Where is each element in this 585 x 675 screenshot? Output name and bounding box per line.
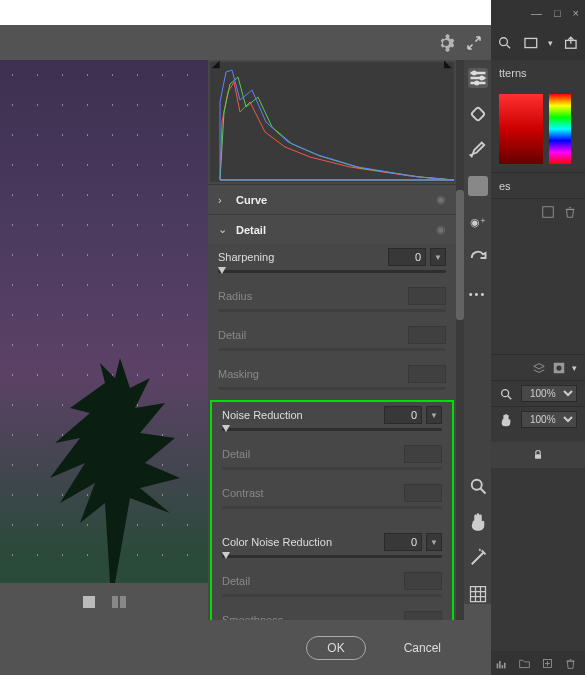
- masking-slider: Masking: [208, 361, 456, 400]
- spectrum-bar[interactable]: [549, 94, 571, 164]
- histogram[interactable]: ◢◣: [210, 62, 454, 182]
- grid-icon[interactable]: [468, 584, 488, 604]
- noise-contrast-slider: Contrast: [212, 480, 452, 519]
- minimize-icon[interactable]: —: [531, 7, 542, 19]
- maximize-icon[interactable]: □: [554, 7, 561, 19]
- tool-strip: ◉⁺ •••: [464, 60, 491, 604]
- svg-rect-14: [543, 206, 554, 217]
- detail-sub-label: Detail: [218, 329, 246, 341]
- noise-detail-slider: Detail: [212, 441, 452, 480]
- sharpening-label: Sharpening: [218, 251, 274, 263]
- image-preview[interactable]: [0, 60, 208, 583]
- svg-rect-3: [83, 596, 95, 608]
- more-icon[interactable]: •••: [468, 284, 488, 304]
- dialog-toolbar: [0, 25, 491, 60]
- dialog-footer: OK Cancel: [0, 620, 491, 675]
- tab-patterns[interactable]: tterns: [499, 67, 527, 79]
- hand-icon[interactable]: [468, 512, 488, 532]
- panel-scrollbar[interactable]: [456, 60, 464, 620]
- window-controls: — □ ×: [491, 0, 585, 25]
- ok-button[interactable]: OK: [306, 636, 365, 660]
- noise-highlight-box: Noise Reduction ▼ Detail Contrast Color …: [210, 400, 454, 654]
- color-noise-label: Color Noise Reduction: [222, 536, 332, 548]
- adjust-icon[interactable]: [468, 68, 488, 88]
- close-icon[interactable]: ×: [573, 7, 579, 19]
- svg-rect-22: [504, 662, 506, 668]
- app-toolbar-right: ▾: [491, 25, 585, 60]
- detail-section-header[interactable]: ⌄ Detail ◉: [208, 214, 456, 244]
- masking-label: Masking: [218, 368, 259, 380]
- svg-point-16: [556, 365, 561, 370]
- zoom-select-1[interactable]: 100%: [521, 385, 577, 402]
- svg-rect-18: [535, 454, 541, 459]
- histogram-mini-icon[interactable]: [495, 657, 508, 670]
- noise-detail-label: Detail: [222, 448, 250, 460]
- color-noise-value[interactable]: [384, 533, 422, 551]
- radius-label: Radius: [218, 290, 252, 302]
- color-swatches: [491, 86, 585, 172]
- title-bar-white: [0, 0, 491, 25]
- app-statusbar: [491, 651, 585, 675]
- svg-rect-5: [120, 596, 126, 608]
- color-noise-slider[interactable]: Color Noise Reduction ▼: [212, 529, 452, 568]
- wand-icon[interactable]: [468, 548, 488, 568]
- search-icon[interactable]: [497, 35, 513, 51]
- gear-icon[interactable]: [437, 34, 455, 52]
- lock-row: [491, 442, 585, 468]
- new-layer-icon[interactable]: [541, 657, 554, 670]
- cancel-button[interactable]: Cancel: [384, 637, 461, 659]
- noise-value[interactable]: [384, 406, 422, 424]
- mask-icon[interactable]: [552, 361, 566, 375]
- trash-icon[interactable]: [563, 205, 577, 219]
- noise-label: Noise Reduction: [222, 409, 303, 421]
- masking-value: [408, 365, 446, 383]
- detail-label: Detail: [236, 224, 436, 236]
- grey-swatch-icon[interactable]: [468, 176, 488, 196]
- share-icon[interactable]: [563, 35, 579, 51]
- red-swatch[interactable]: [499, 94, 543, 164]
- expand-icon[interactable]: ▼: [426, 406, 442, 424]
- workspace-icon[interactable]: [523, 35, 539, 51]
- svg-point-0: [500, 37, 508, 45]
- trash-icon[interactable]: [564, 657, 577, 670]
- brush-icon[interactable]: [468, 140, 488, 160]
- right-dock: tterns es ▾ 100% 100%: [491, 60, 585, 675]
- sharpening-value[interactable]: [388, 248, 426, 266]
- lock-icon[interactable]: [532, 449, 544, 461]
- cn-detail-label: Detail: [222, 575, 250, 587]
- curve-label: Curve: [236, 194, 436, 206]
- folder-icon[interactable]: [518, 657, 531, 670]
- detail-value: [408, 326, 446, 344]
- svg-rect-20: [499, 661, 501, 668]
- panel-icon[interactable]: [541, 205, 555, 219]
- single-view-icon[interactable]: [81, 594, 97, 610]
- noise-contrast-label: Contrast: [222, 487, 264, 499]
- expand-icon[interactable]: ▼: [426, 533, 442, 551]
- expand-icon[interactable]: [465, 34, 483, 52]
- tree-silhouette: [20, 343, 200, 583]
- zoom-icon[interactable]: [468, 476, 488, 496]
- visibility-icon[interactable]: ◉: [436, 223, 446, 236]
- zoom-select-2[interactable]: 100%: [521, 411, 577, 428]
- svg-point-13: [471, 480, 481, 490]
- svg-rect-12: [470, 107, 484, 121]
- tab-es[interactable]: es: [499, 180, 511, 192]
- radius-value: [408, 287, 446, 305]
- noise-reduction-slider[interactable]: Noise Reduction ▼: [212, 402, 452, 441]
- radius-slider: Radius: [208, 283, 456, 322]
- heal-icon[interactable]: [468, 104, 488, 124]
- hand-tool-icon[interactable]: [499, 413, 513, 427]
- color-noise-detail-slider: Detail: [212, 568, 452, 607]
- visibility-icon[interactable]: ◉: [436, 193, 446, 206]
- detail-slider: Detail: [208, 322, 456, 361]
- curve-section-header[interactable]: › Curve ◉: [208, 184, 456, 214]
- svg-point-9: [471, 71, 476, 76]
- layers-icon[interactable]: [532, 361, 546, 375]
- eye-plus-icon[interactable]: ◉⁺: [468, 212, 488, 232]
- chevron-down-icon: ⌄: [218, 223, 228, 236]
- redo-icon[interactable]: [468, 248, 488, 268]
- sharpening-slider[interactable]: Sharpening ▼: [208, 244, 456, 283]
- expand-icon[interactable]: ▼: [430, 248, 446, 266]
- split-view-icon[interactable]: [111, 594, 127, 610]
- zoom-tool-icon[interactable]: [499, 387, 513, 401]
